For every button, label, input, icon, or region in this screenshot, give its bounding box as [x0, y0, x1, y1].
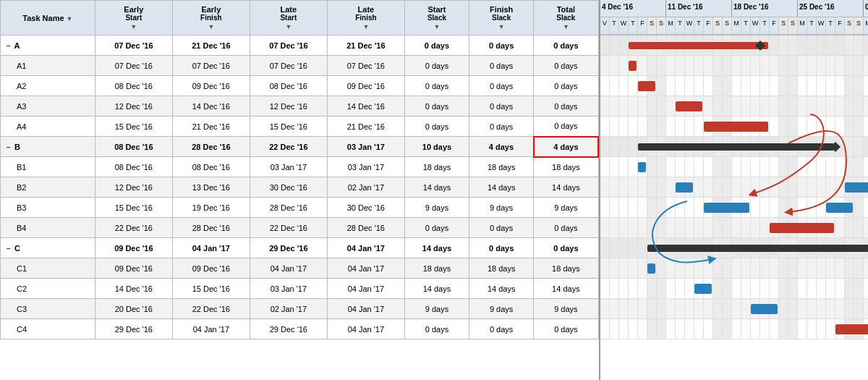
- gantt-day-bg: [798, 117, 807, 136]
- cell-earlystart: 12 Dec '16: [95, 177, 172, 198]
- gantt-day-cell: W: [619, 17, 629, 34]
- gantt-day-bg: [864, 76, 868, 96]
- gantt-day-bg: [610, 238, 619, 258]
- gantt-day-bg: [629, 76, 638, 96]
- cell-totalslack: 0 days: [534, 117, 598, 137]
- gantt-day-bg: [666, 157, 676, 177]
- gantt-day-bg: [835, 56, 845, 75]
- gantt-day-bg: [807, 117, 817, 136]
- gantt-bar: [676, 182, 693, 193]
- gantt-day-bg: [798, 258, 807, 278]
- gantt-row: [600, 137, 868, 157]
- gantt-day-bg: [638, 299, 647, 318]
- gantt-day-bg: [704, 157, 713, 177]
- gantt-day-bg: [845, 56, 854, 75]
- gantt-day-bg: [657, 279, 666, 298]
- gantt-day-bg: [657, 56, 666, 75]
- gantt-day-bg: [751, 157, 760, 177]
- cell-finishslack: 0 days: [469, 218, 534, 238]
- gantt-day-bg: [826, 299, 835, 318]
- gantt-bar: [704, 122, 768, 132]
- col-header-task[interactable]: Task Name ▼: [1, 1, 95, 35]
- gantt-day-bg: [657, 258, 666, 278]
- gantt-day-bg: [845, 299, 854, 318]
- gantt-day-bg: [610, 117, 619, 136]
- gantt-day-bg: [600, 198, 610, 217]
- gantt-day-bg: [751, 279, 760, 298]
- gantt-day-bg: [788, 279, 798, 298]
- col-header-start-slack[interactable]: StartSlack ▼: [404, 1, 469, 35]
- gantt-day-bg: [723, 279, 732, 298]
- gantt-week-cell: 4 Dec '16: [600, 0, 666, 17]
- gantt-day-bg: [685, 299, 694, 318]
- table-row: C320 Dec '1622 Dec '1602 Jan '1704 Jan '…: [1, 299, 599, 319]
- gantt-day-bg: [713, 279, 723, 298]
- table-row: A312 Dec '1614 Dec '1612 Dec '1614 Dec '…: [1, 96, 599, 117]
- gantt-day-bg: [629, 117, 638, 136]
- gantt-day-bg: [666, 279, 676, 298]
- cell-finishslack: 0 days: [469, 319, 534, 339]
- col-header-late-start[interactable]: LateStart ▼: [250, 1, 327, 35]
- gantt-day-bg: [798, 319, 807, 339]
- gantt-day-bg: [817, 76, 826, 96]
- gantt-day-bg: [798, 279, 807, 298]
- cell-startslack: 0 days: [404, 319, 469, 339]
- col-header-finish-slack[interactable]: FinishSlack ▼: [469, 1, 534, 35]
- cell-latestart: 15 Dec '16: [250, 117, 327, 137]
- col-header-total-slack[interactable]: TotalSlack ▼: [534, 1, 598, 35]
- col-header-early-start[interactable]: EarlyStart ▼: [95, 1, 172, 35]
- gantt-day-cell: T: [610, 17, 619, 34]
- gantt-bar: [845, 182, 868, 193]
- gantt-day-bg: [619, 299, 629, 318]
- gantt-day-bg: [864, 117, 868, 136]
- gantt-day-bg: [854, 258, 864, 278]
- cell-totalslack: 0 days: [534, 76, 598, 96]
- collapse-btn[interactable]: −: [7, 42, 11, 50]
- gantt-day-cell: T: [807, 17, 817, 34]
- cell-latefinish: 21 Dec '16: [327, 117, 404, 137]
- cell-earlystart: 07 Dec '16: [95, 35, 172, 56]
- gantt-day-bg: [704, 258, 713, 278]
- collapse-btn[interactable]: −: [7, 143, 11, 151]
- gantt-day-bg: [732, 76, 741, 96]
- task-name-cell: B3: [1, 198, 95, 218]
- cell-latefinish: 02 Jan '17: [327, 177, 404, 198]
- cell-latefinish: 04 Jan '17: [327, 238, 404, 258]
- gantt-day-bg: [817, 157, 826, 177]
- gantt-day-bg: [864, 279, 868, 298]
- gantt-day-bg: [854, 35, 864, 55]
- gantt-day-bg: [779, 299, 788, 318]
- gantt-day-bg: [760, 258, 770, 278]
- gantt-bar: [638, 162, 646, 172]
- gantt-day-bg: [788, 177, 798, 197]
- gantt-day-bg: [835, 96, 845, 116]
- gantt-day-bg: [807, 56, 817, 75]
- cell-earlystart: 15 Dec '16: [95, 198, 172, 218]
- gantt-bar: [835, 324, 868, 334]
- gantt-day-bg: [619, 258, 629, 278]
- gantt-bar: [638, 81, 655, 91]
- gantt-body: [600, 35, 868, 339]
- gantt-day-bg: [741, 76, 751, 96]
- gantt-day-bg: [638, 56, 647, 75]
- gantt-day-bg: [600, 258, 610, 278]
- task-name-cell: A4: [1, 117, 95, 137]
- cell-totalslack: 4 days: [534, 137, 598, 157]
- gantt-day-bg: [854, 279, 864, 298]
- gantt-day-bg: [779, 319, 788, 339]
- gantt-day-cell: M: [798, 17, 807, 34]
- gantt-day-bg: [835, 76, 845, 96]
- gantt-day-bg: [704, 76, 713, 96]
- col-header-late-finish[interactable]: LateFinish ▼: [327, 1, 404, 35]
- gantt-day-bg: [619, 35, 629, 55]
- gantt-day-bg: [779, 258, 788, 278]
- col-header-early-finish[interactable]: EarlyFinish ▼: [172, 1, 250, 35]
- gantt-day-bg: [647, 299, 657, 318]
- gantt-day-bg: [694, 258, 704, 278]
- gantt-day-bg: [647, 96, 657, 116]
- cell-earlyfinish: 13 Dec '16: [172, 177, 250, 198]
- gantt-day-bg: [835, 117, 845, 136]
- gantt-day-bg: [788, 198, 798, 217]
- gantt-day-bg: [685, 198, 694, 217]
- collapse-btn[interactable]: −: [7, 245, 11, 253]
